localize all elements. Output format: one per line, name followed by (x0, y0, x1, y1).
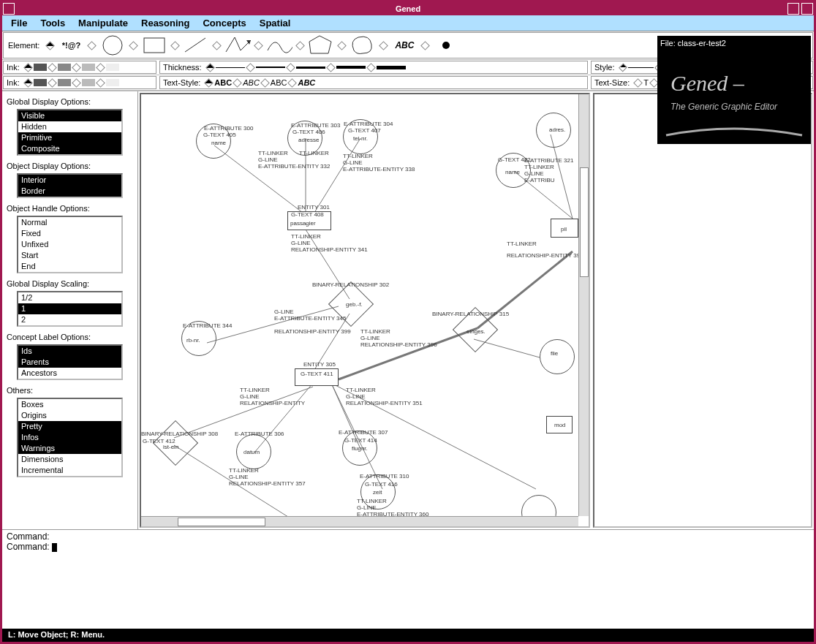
ink2-swatch-light[interactable] (82, 79, 95, 86)
thick-radio-2[interactable] (246, 63, 255, 72)
ink2-radio-1[interactable] (23, 78, 33, 88)
ink-radio-3[interactable] (72, 63, 81, 72)
size-radio-t[interactable] (633, 78, 643, 88)
listbox-global_display[interactable]: VisibleHiddenPrimitiveComposite (17, 109, 123, 156)
thick-radio-3[interactable] (286, 63, 295, 72)
element-radio-arrow[interactable] (213, 41, 222, 50)
ts-bolditalic[interactable]: ABC (298, 78, 315, 87)
list-item[interactable]: Origins (18, 410, 121, 421)
ink2-radio-2[interactable] (48, 78, 57, 88)
list-item[interactable]: Pretty (18, 421, 121, 432)
element-radio-dot[interactable] (421, 41, 431, 50)
ink-swatch-gray[interactable] (58, 64, 71, 71)
secondary-canvas[interactable] (593, 93, 812, 528)
ink2-radio-4[interactable] (96, 78, 105, 88)
circle-icon[interactable] (99, 34, 126, 56)
ink-swatch-light[interactable] (82, 64, 95, 71)
list-item[interactable]: Boxes (18, 399, 121, 410)
ink-radio-4[interactable] (96, 63, 105, 72)
element-radio-curve[interactable] (254, 41, 264, 50)
list-item[interactable]: Ancestors (18, 368, 121, 379)
thick-2[interactable] (256, 67, 285, 68)
thick-radio-4[interactable] (326, 63, 336, 72)
ink2-radio-3[interactable] (72, 78, 81, 88)
arrow-icon[interactable] (224, 34, 251, 56)
abc-icon[interactable]: ABC (391, 34, 418, 56)
style-radio-solid[interactable] (619, 63, 627, 72)
list-item[interactable]: 1 (18, 303, 121, 314)
system-menu-icon[interactable] (3, 3, 15, 15)
list-item[interactable]: Composite (18, 143, 121, 154)
ink-radio-2[interactable] (48, 63, 57, 72)
thick-5[interactable] (377, 66, 406, 69)
ink-swatch-white[interactable] (106, 64, 119, 71)
vscroll-thumb[interactable] (580, 167, 589, 277)
menu-concepts[interactable]: Concepts (203, 18, 246, 29)
listbox-object_display[interactable]: InteriorBorder (17, 173, 123, 198)
listbox-object_handle[interactable]: NormalFixedUnfixedStartEnd (17, 216, 123, 273)
menu-tools[interactable]: Tools (40, 18, 65, 29)
list-item[interactable]: Parents (18, 357, 121, 368)
menu-spatial[interactable]: Spatial (260, 18, 291, 29)
polygon-icon[interactable] (308, 34, 334, 56)
element-radio-polygon[interactable] (296, 41, 306, 50)
ts-bold[interactable]: ABC (214, 78, 232, 87)
blob-icon[interactable] (350, 34, 376, 56)
titlebar[interactable]: Gened (2, 2, 814, 15)
ink2-swatch-dark[interactable] (34, 79, 47, 86)
thick-radio-5[interactable] (366, 63, 376, 72)
list-item[interactable]: Normal (18, 217, 121, 228)
command-area[interactable]: Command: Command: (2, 529, 814, 554)
list-item[interactable]: Start (18, 250, 121, 261)
list-item[interactable]: 2 (18, 314, 121, 325)
element-radio-rect[interactable] (129, 41, 139, 50)
element-radio-line[interactable] (171, 41, 181, 50)
list-item[interactable]: End (18, 261, 121, 272)
thick-3[interactable] (296, 67, 325, 69)
element-radio-blob[interactable] (338, 41, 347, 50)
listbox-concept_label[interactable]: IdsParentsAncestors (17, 344, 123, 380)
element-radio-abc[interactable] (379, 41, 389, 50)
list-item[interactable]: Infos (18, 432, 121, 443)
list-item[interactable]: Fixed (18, 228, 121, 239)
thick-4[interactable] (336, 66, 366, 69)
ink-radio-1[interactable] (23, 63, 33, 72)
thick-radio-1[interactable] (205, 63, 215, 72)
vscrollbar[interactable] (578, 94, 589, 516)
size-t[interactable]: T (643, 78, 649, 87)
main-canvas[interactable]: E-ATTRIBUTE 300 name E-ATTRIBUTE 303 adr… (140, 93, 590, 528)
list-item[interactable]: Warnings (18, 443, 121, 454)
list-item[interactable]: 1/2 (18, 292, 121, 303)
list-item[interactable]: Visible (18, 110, 121, 121)
thick-1[interactable] (216, 67, 245, 68)
list-item[interactable]: Dimensions (18, 454, 121, 465)
element-text-icon[interactable]: *!@? (58, 34, 84, 56)
menu-file[interactable]: File (11, 18, 27, 29)
list-item[interactable]: Ids (18, 346, 121, 357)
maximize-icon[interactable] (801, 3, 813, 15)
list-item[interactable]: Primitive (18, 132, 121, 143)
line-icon[interactable] (183, 34, 209, 56)
list-item[interactable]: Hidden (18, 121, 121, 132)
node-flie[interactable] (540, 339, 575, 374)
ink2-swatch-white[interactable] (106, 79, 119, 86)
list-item[interactable]: Border (18, 186, 121, 197)
style-solid[interactable] (628, 67, 654, 68)
ts-radio-italic[interactable] (233, 78, 242, 88)
hscrollbar[interactable] (141, 516, 578, 526)
ink-swatch-dark[interactable] (34, 64, 47, 71)
element-radio-text[interactable] (46, 41, 56, 50)
list-item[interactable]: Incremental (18, 465, 121, 476)
list-item[interactable]: Unfixed (18, 239, 121, 250)
curve-icon[interactable] (266, 34, 292, 56)
hscroll-thumb[interactable] (178, 518, 265, 526)
ts-italic[interactable]: ABC (243, 78, 260, 87)
rect-icon[interactable] (141, 34, 167, 56)
list-item[interactable]: Interior (18, 175, 121, 186)
menu-reasoning[interactable]: Reasoning (141, 18, 189, 29)
element-radio-circle[interactable] (88, 41, 97, 50)
ink2-swatch-gray[interactable] (58, 79, 71, 86)
diagram[interactable]: E-ATTRIBUTE 300 name E-ATTRIBUTE 303 adr… (141, 94, 578, 516)
ts-normal[interactable]: ABC (271, 78, 287, 87)
ts-radio-bold[interactable] (204, 78, 214, 88)
